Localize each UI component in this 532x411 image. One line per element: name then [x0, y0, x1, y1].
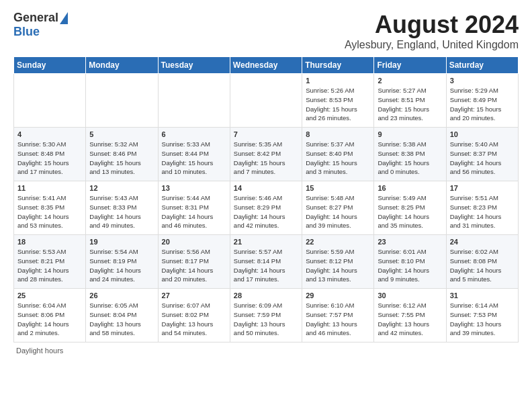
page: General Blue August 2024 Aylesbury, Engl… [0, 0, 532, 361]
day-info: Sunrise: 5:40 AM Sunset: 8:37 PM Dayligh… [450, 140, 515, 177]
day-info: Sunrise: 6:14 AM Sunset: 7:53 PM Dayligh… [450, 301, 515, 338]
day-number: 23 [378, 238, 442, 246]
calendar-cell: 31Sunrise: 6:14 AM Sunset: 7:53 PM Dayli… [446, 289, 518, 342]
day-info: Sunrise: 6:01 AM Sunset: 8:10 PM Dayligh… [378, 247, 442, 284]
calendar-cell: 20Sunrise: 5:56 AM Sunset: 8:17 PM Dayli… [158, 235, 230, 289]
day-number: 13 [162, 184, 226, 192]
calendar-cell: 1Sunrise: 5:26 AM Sunset: 8:53 PM Daylig… [302, 74, 374, 128]
calendar-cell: 11Sunrise: 5:41 AM Sunset: 8:35 PM Dayli… [14, 181, 86, 235]
calendar-cell: 7Sunrise: 5:35 AM Sunset: 8:42 PM Daylig… [230, 128, 302, 181]
day-of-week-header: Tuesday [158, 57, 230, 74]
day-info: Sunrise: 6:09 AM Sunset: 7:59 PM Dayligh… [234, 301, 298, 338]
day-info: Sunrise: 5:37 AM Sunset: 8:40 PM Dayligh… [306, 140, 370, 177]
day-number: 24 [450, 238, 515, 246]
calendar-cell: 29Sunrise: 6:10 AM Sunset: 7:57 PM Dayli… [302, 289, 374, 342]
day-info: Sunrise: 6:07 AM Sunset: 8:02 PM Dayligh… [162, 301, 226, 338]
day-info: Sunrise: 5:51 AM Sunset: 8:23 PM Dayligh… [450, 193, 515, 230]
calendar-cell: 5Sunrise: 5:32 AM Sunset: 8:46 PM Daylig… [86, 128, 158, 181]
calendar-cell: 15Sunrise: 5:48 AM Sunset: 8:27 PM Dayli… [302, 181, 374, 235]
day-of-week-header: Wednesday [230, 57, 302, 74]
day-number: 10 [450, 130, 515, 138]
calendar-week-row: 4Sunrise: 5:30 AM Sunset: 8:48 PM Daylig… [14, 128, 519, 181]
subtitle: Aylesbury, England, United Kingdom [345, 39, 519, 51]
calendar-cell [86, 74, 158, 128]
day-number: 22 [306, 238, 370, 246]
day-number: 20 [162, 238, 226, 246]
day-number: 7 [234, 130, 298, 138]
day-number: 12 [89, 184, 154, 192]
day-info: Sunrise: 6:04 AM Sunset: 8:06 PM Dayligh… [17, 301, 82, 338]
day-number: 28 [234, 291, 298, 300]
day-info: Sunrise: 5:27 AM Sunset: 8:51 PM Dayligh… [378, 86, 442, 123]
day-info: Sunrise: 5:35 AM Sunset: 8:42 PM Dayligh… [234, 140, 298, 177]
day-number: 11 [17, 184, 82, 192]
day-number: 5 [89, 130, 154, 138]
day-info: Sunrise: 5:49 AM Sunset: 8:25 PM Dayligh… [378, 193, 442, 230]
calendar-cell [14, 74, 86, 128]
day-info: Sunrise: 5:30 AM Sunset: 8:48 PM Dayligh… [17, 140, 82, 177]
calendar-week-row: 1Sunrise: 5:26 AM Sunset: 8:53 PM Daylig… [14, 74, 519, 128]
day-number: 2 [378, 77, 442, 85]
day-info: Sunrise: 6:10 AM Sunset: 7:57 PM Dayligh… [306, 301, 370, 338]
calendar-cell: 3Sunrise: 5:29 AM Sunset: 8:49 PM Daylig… [446, 74, 518, 128]
logo-blue: Blue [13, 25, 40, 39]
day-number: 6 [162, 130, 226, 138]
calendar-cell: 24Sunrise: 6:02 AM Sunset: 8:08 PM Dayli… [446, 235, 518, 289]
calendar-week-row: 25Sunrise: 6:04 AM Sunset: 8:06 PM Dayli… [14, 289, 519, 342]
title-area: August 2024 Aylesbury, England, United K… [345, 11, 519, 51]
logo: General Blue [13, 11, 68, 39]
calendar-cell: 23Sunrise: 6:01 AM Sunset: 8:10 PM Dayli… [374, 235, 446, 289]
day-info: Sunrise: 5:59 AM Sunset: 8:12 PM Dayligh… [306, 247, 370, 284]
day-number: 30 [378, 291, 442, 300]
day-number: 19 [89, 238, 154, 246]
day-of-week-header: Saturday [446, 57, 518, 74]
calendar-cell: 8Sunrise: 5:37 AM Sunset: 8:40 PM Daylig… [302, 128, 374, 181]
calendar-table: SundayMondayTuesdayWednesdayThursdayFrid… [13, 56, 519, 342]
day-number: 27 [162, 291, 226, 300]
calendar-cell: 14Sunrise: 5:46 AM Sunset: 8:29 PM Dayli… [230, 181, 302, 235]
calendar-week-row: 11Sunrise: 5:41 AM Sunset: 8:35 PM Dayli… [14, 181, 519, 235]
day-info: Sunrise: 5:32 AM Sunset: 8:46 PM Dayligh… [89, 140, 154, 177]
day-info: Sunrise: 5:44 AM Sunset: 8:31 PM Dayligh… [162, 193, 226, 230]
day-of-week-header: Sunday [14, 57, 86, 74]
calendar-cell: 6Sunrise: 5:33 AM Sunset: 8:44 PM Daylig… [158, 128, 230, 181]
day-info: Sunrise: 5:41 AM Sunset: 8:35 PM Dayligh… [17, 193, 82, 230]
calendar-cell: 28Sunrise: 6:09 AM Sunset: 7:59 PM Dayli… [230, 289, 302, 342]
calendar-cell: 22Sunrise: 5:59 AM Sunset: 8:12 PM Dayli… [302, 235, 374, 289]
calendar-cell: 13Sunrise: 5:44 AM Sunset: 8:31 PM Dayli… [158, 181, 230, 235]
day-info: Sunrise: 5:56 AM Sunset: 8:17 PM Dayligh… [162, 247, 226, 284]
day-info: Sunrise: 5:29 AM Sunset: 8:49 PM Dayligh… [450, 86, 515, 123]
calendar-cell: 4Sunrise: 5:30 AM Sunset: 8:48 PM Daylig… [14, 128, 86, 181]
calendar-cell: 19Sunrise: 5:54 AM Sunset: 8:19 PM Dayli… [86, 235, 158, 289]
daylight-label: Daylight hours [16, 347, 63, 355]
day-number: 25 [17, 291, 82, 300]
day-info: Sunrise: 6:12 AM Sunset: 7:55 PM Dayligh… [378, 301, 442, 338]
day-number: 4 [17, 130, 82, 138]
day-number: 29 [306, 291, 370, 300]
calendar-cell: 17Sunrise: 5:51 AM Sunset: 8:23 PM Dayli… [446, 181, 518, 235]
header: General Blue August 2024 Aylesbury, Engl… [13, 11, 519, 51]
calendar-cell: 26Sunrise: 6:05 AM Sunset: 8:04 PM Dayli… [86, 289, 158, 342]
day-of-week-header: Monday [86, 57, 158, 74]
day-number: 21 [234, 238, 298, 246]
day-info: Sunrise: 6:02 AM Sunset: 8:08 PM Dayligh… [450, 247, 515, 284]
logo-triangle-icon [60, 12, 68, 24]
calendar-cell [158, 74, 230, 128]
logo-general: General [13, 11, 58, 25]
day-number: 9 [378, 130, 442, 138]
calendar-cell: 18Sunrise: 5:53 AM Sunset: 8:21 PM Dayli… [14, 235, 86, 289]
calendar-cell: 27Sunrise: 6:07 AM Sunset: 8:02 PM Dayli… [158, 289, 230, 342]
calendar-cell: 16Sunrise: 5:49 AM Sunset: 8:25 PM Dayli… [374, 181, 446, 235]
day-number: 18 [17, 238, 82, 246]
day-of-week-header: Friday [374, 57, 446, 74]
day-info: Sunrise: 5:48 AM Sunset: 8:27 PM Dayligh… [306, 193, 370, 230]
calendar-cell: 25Sunrise: 6:04 AM Sunset: 8:06 PM Dayli… [14, 289, 86, 342]
day-info: Sunrise: 5:53 AM Sunset: 8:21 PM Dayligh… [17, 247, 82, 284]
calendar-week-row: 18Sunrise: 5:53 AM Sunset: 8:21 PM Dayli… [14, 235, 519, 289]
day-number: 15 [306, 184, 370, 192]
day-number: 31 [450, 291, 515, 300]
main-title: August 2024 [345, 11, 519, 39]
day-number: 1 [306, 77, 370, 85]
calendar-cell: 2Sunrise: 5:27 AM Sunset: 8:51 PM Daylig… [374, 74, 446, 128]
day-number: 8 [306, 130, 370, 138]
